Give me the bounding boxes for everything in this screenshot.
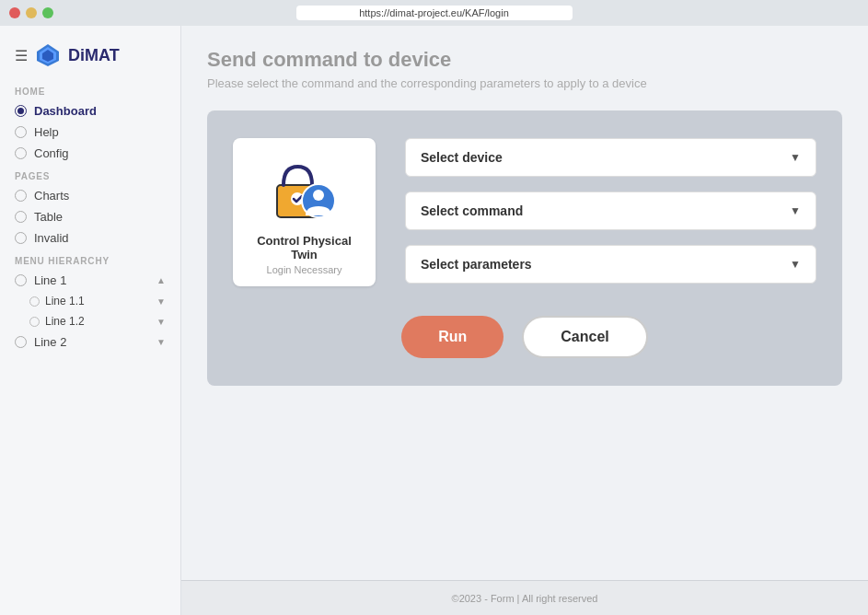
run-button[interactable]: Run — [401, 316, 503, 358]
sidebar-item-label: Invalid — [34, 231, 69, 245]
sidebar-item-config[interactable]: Config — [0, 143, 180, 164]
sidebar-item-help[interactable]: Help — [0, 122, 180, 143]
device-illustration — [263, 153, 346, 226]
radio-dashboard — [15, 105, 27, 117]
select-device-dropdown[interactable]: Select device ▼ — [405, 138, 816, 177]
section-menu-label: MENU HIERARCHY — [0, 249, 180, 270]
footer-text: ©2023 - Form | All right reserved — [452, 593, 598, 604]
radio-config — [15, 147, 27, 159]
titlebar: https://dimat-project.eu/KAF/login — [0, 0, 868, 26]
logo-icon — [35, 42, 61, 68]
page-subtitle: Please select the command and the corres… — [207, 75, 667, 92]
radio-line1-2 — [29, 317, 40, 327]
select-parameters-label: Select parameters — [421, 257, 532, 272]
dropdowns-area: Select device ▼ Select command ▼ Select … — [405, 138, 816, 284]
close-button[interactable] — [9, 7, 20, 18]
device-card-title: Control Physical Twin — [244, 234, 365, 261]
chevron-down-icon: ▼ — [790, 258, 801, 271]
sidebar-header: ☰ DiMAT — [0, 37, 180, 79]
hamburger-icon[interactable]: ☰ — [15, 47, 28, 64]
sidebar-item-label: Line 1.2 — [45, 315, 156, 328]
device-icon — [263, 153, 346, 226]
sidebar-item-label: Help — [34, 125, 59, 139]
sidebar-item-label: Line 1.1 — [45, 295, 156, 308]
footer: ©2023 - Form | All right reserved — [181, 580, 868, 615]
radio-charts — [15, 190, 27, 202]
buttons-row: Run Cancel — [401, 316, 648, 358]
radio-invalid — [15, 232, 27, 244]
sidebar-item-label: Dashboard — [34, 104, 97, 118]
cancel-button[interactable]: Cancel — [522, 316, 647, 358]
select-device-label: Select device — [421, 150, 503, 165]
expand-icon-line1-2: ▼ — [156, 317, 166, 327]
window-controls — [9, 7, 53, 18]
radio-table — [15, 211, 27, 223]
page-title: Send command to device — [207, 48, 842, 72]
select-command-label: Select command — [421, 203, 523, 218]
svg-point-6 — [313, 190, 324, 201]
radio-line1 — [15, 274, 27, 286]
url-bar[interactable]: https://dimat-project.eu/KAF/login — [296, 6, 573, 20]
sidebar-item-label: Line 1 — [34, 273, 156, 287]
command-panel: Control Physical Twin Login Necessary Se… — [207, 110, 842, 386]
chevron-down-icon: ▼ — [790, 151, 801, 164]
sidebar: ☰ DiMAT HOME Dashboard Help Config PAGES… — [0, 26, 181, 615]
section-pages-label: PAGES — [0, 164, 180, 185]
section-home-label: HOME — [0, 79, 180, 100]
sidebar-item-line1[interactable]: Line 1 ▲ — [0, 270, 180, 291]
device-card-subtitle: Login Necessary — [267, 264, 342, 275]
maximize-button[interactable] — [42, 7, 53, 18]
sidebar-item-charts[interactable]: Charts — [0, 185, 180, 206]
logo-text: DiMAT — [68, 46, 120, 65]
sidebar-item-label: Line 2 — [34, 335, 156, 349]
panel-row: Control Physical Twin Login Necessary Se… — [233, 138, 816, 286]
sidebar-item-line1-1[interactable]: Line 1.1 ▼ — [26, 291, 180, 311]
radio-line2 — [15, 336, 27, 348]
sidebar-item-label: Charts — [34, 189, 69, 203]
sidebar-item-dashboard[interactable]: Dashboard — [0, 100, 180, 122]
radio-line1-1 — [29, 296, 40, 307]
sidebar-item-label: Table — [34, 210, 63, 224]
device-card: Control Physical Twin Login Necessary — [233, 138, 376, 286]
main-content: Send command to device Please select the… — [181, 26, 868, 615]
sidebar-item-invalid[interactable]: Invalid — [0, 227, 180, 249]
sidebar-item-line2[interactable]: Line 2 ▼ — [0, 331, 180, 353]
expand-icon-line2: ▼ — [156, 337, 166, 347]
app-wrapper: ☰ DiMAT HOME Dashboard Help Config PAGES… — [0, 26, 868, 615]
expand-icon-line1: ▲ — [156, 275, 166, 285]
chevron-down-icon: ▼ — [790, 204, 801, 217]
radio-help — [15, 126, 27, 138]
sidebar-item-line1-2[interactable]: Line 1.2 ▼ — [26, 311, 180, 331]
expand-icon-line1-1: ▼ — [156, 296, 166, 307]
minimize-button[interactable] — [26, 7, 37, 18]
sidebar-item-label: Config — [34, 146, 69, 160]
select-parameters-dropdown[interactable]: Select parameters ▼ — [405, 245, 816, 284]
select-command-dropdown[interactable]: Select command ▼ — [405, 191, 816, 230]
main-inner: Send command to device Please select the… — [181, 26, 868, 580]
sidebar-item-table[interactable]: Table — [0, 206, 180, 227]
